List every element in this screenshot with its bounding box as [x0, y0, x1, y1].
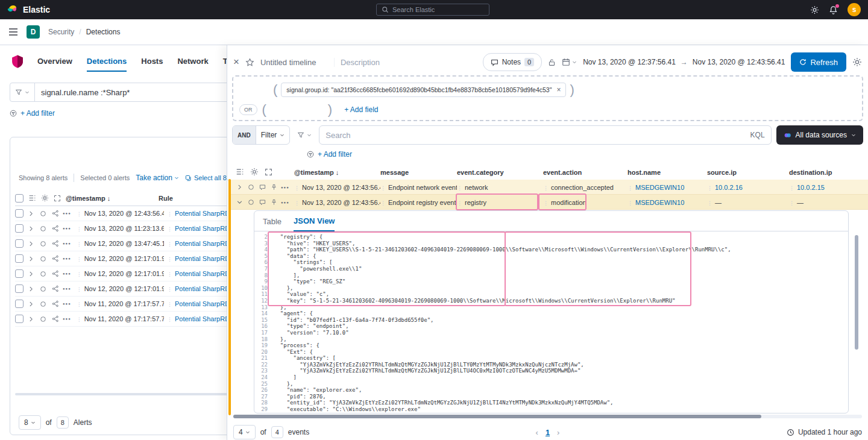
column-destination-ip[interactable]: destination.ip: [789, 169, 863, 176]
more-actions-icon[interactable]: ●●●: [63, 212, 74, 215]
timestamp-column-header[interactable]: @timestamp ↓: [66, 195, 154, 202]
list-icon[interactable]: [28, 194, 36, 202]
event-host-link[interactable]: MSEDGEWIN10: [627, 184, 707, 191]
row-checkbox[interactable]: [15, 209, 24, 218]
fullscreen-icon[interactable]: [265, 168, 272, 176]
alert-timestamp[interactable]: Nov 13, 2020 @ 12:43:56.413: [77, 210, 164, 217]
analyzer-icon[interactable]: [51, 240, 60, 247]
analyzer-icon[interactable]: [51, 255, 60, 262]
event-action[interactable]: modification: [543, 199, 627, 206]
add-field-link[interactable]: + Add field: [344, 105, 378, 114]
alert-timestamp[interactable]: Nov 13, 2020 @ 11:23:13.629: [77, 225, 164, 232]
more-actions-icon[interactable]: ●●●: [63, 242, 74, 245]
row-checkbox[interactable]: [15, 254, 24, 263]
event-row[interactable]: ●●● Nov 13, 2020 @ 12:43:56.413 Endpoint…: [230, 180, 868, 195]
select-all-alerts-button[interactable]: Select all 8 alerts: [185, 174, 227, 181]
more-actions-icon[interactable]: ●●●: [63, 227, 74, 230]
notifications-bell-icon[interactable]: [829, 5, 838, 14]
pin-icon[interactable]: [247, 184, 256, 190]
tab-network[interactable]: Network: [177, 57, 208, 72]
column-message[interactable]: message: [380, 169, 457, 176]
vertical-scrollbar-thumb[interactable]: [855, 235, 858, 350]
alert-rule-link[interactable]: Potential SharpRDP D: [167, 315, 227, 322]
add-filter-link[interactable]: + Add filter: [318, 150, 352, 159]
alert-timestamp[interactable]: Nov 12, 2020 @ 13:47:45.177: [77, 240, 164, 247]
settings-icon[interactable]: [810, 5, 819, 14]
event-timestamp[interactable]: Nov 13, 2020 @ 12:43:56.413: [294, 199, 380, 206]
row-checkbox[interactable]: [15, 239, 24, 248]
analyzer-icon[interactable]: [51, 270, 60, 277]
global-search-input[interactable]: Search Elastic: [376, 4, 489, 16]
page-number[interactable]: 1: [546, 428, 550, 437]
alert-rule-link[interactable]: Potential SharpRDP D: [167, 270, 227, 277]
row-checkbox[interactable]: [15, 224, 24, 233]
json-code-viewer[interactable]: 2 "registry": { 3 "hive": "HKEY_USERS", …: [254, 234, 841, 413]
event-category[interactable]: network: [457, 184, 543, 191]
saved-query-menu-button[interactable]: [10, 83, 35, 101]
data-provider-operator-select[interactable]: AND Filter: [232, 125, 290, 145]
event-message[interactable]: Endpoint registry event: [380, 199, 457, 206]
pin-icon[interactable]: [39, 210, 48, 217]
expand-chevron-icon[interactable]: [27, 301, 36, 307]
alert-row[interactable]: ●●● Nov 12, 2020 @ 12:17:01.933 Potentia…: [15, 266, 227, 281]
event-row-expanded[interactable]: ●●● Nov 13, 2020 @ 12:43:56.413 Endpoint…: [230, 195, 868, 210]
more-actions-icon[interactable]: ●●●: [63, 317, 74, 321]
alerts-query-input[interactable]: signal.rule.name :*Sharp*: [35, 88, 136, 97]
notes-button[interactable]: Notes 0: [483, 53, 542, 71]
gear-icon[interactable]: [250, 168, 259, 176]
more-actions-icon[interactable]: ●●●: [281, 186, 292, 189]
gear-icon[interactable]: [41, 194, 49, 202]
expand-chevron-icon[interactable]: [235, 184, 244, 190]
pin-event-icon[interactable]: [269, 184, 278, 190]
horizontal-scrollbar-thumb[interactable]: [233, 415, 761, 418]
comment-icon[interactable]: [258, 199, 267, 206]
alert-timestamp[interactable]: Nov 12, 2020 @ 12:17:01.934: [77, 255, 164, 262]
alert-row[interactable]: ●●● Nov 11, 2020 @ 17:17:57.750 Potentia…: [15, 297, 227, 312]
horizontal-scrollbar[interactable]: [233, 415, 862, 418]
pin-icon[interactable]: [39, 225, 48, 232]
pin-icon[interactable]: [39, 301, 48, 307]
expand-chevron-icon[interactable]: [27, 241, 36, 247]
timeline-description-input[interactable]: Description: [334, 58, 424, 67]
list-icon[interactable]: [236, 168, 244, 176]
event-host-link[interactable]: MSEDGEWIN10: [627, 199, 707, 206]
pin-icon[interactable]: [39, 316, 48, 322]
column-source-ip[interactable]: source.ip: [707, 169, 789, 176]
timeline-search-input[interactable]: Search KQL: [319, 125, 771, 145]
event-destination-ip-link[interactable]: 10.0.2.15: [789, 184, 863, 191]
comment-icon[interactable]: [258, 184, 267, 190]
alert-row[interactable]: ●●● Nov 12, 2020 @ 12:17:01.934 Potentia…: [15, 251, 227, 266]
column-event-category[interactable]: event.category: [457, 169, 543, 176]
tab-detections[interactable]: Detections: [87, 57, 127, 72]
tab-table[interactable]: Table: [263, 217, 281, 231]
pin-icon[interactable]: [247, 199, 256, 206]
alert-row[interactable]: ●●● Nov 11, 2020 @ 17:17:57.749 Potentia…: [15, 312, 227, 327]
remove-filter-icon[interactable]: ×: [556, 86, 561, 94]
expand-chevron-icon[interactable]: [27, 316, 36, 322]
refresh-button[interactable]: Refresh: [791, 52, 846, 72]
alert-rule-link[interactable]: Potential SharpRDP D: [167, 255, 227, 262]
kql-label[interactable]: KQL: [750, 131, 765, 139]
pin-icon[interactable]: [39, 286, 48, 292]
query-drop-zone[interactable]: ( signal.group.id: "aa21f36cc6685fcbe601…: [232, 75, 863, 121]
column-host-name[interactable]: host.name: [627, 169, 707, 176]
take-action-button[interactable]: Take action: [136, 174, 179, 182]
calendar-icon[interactable]: [562, 58, 577, 66]
more-actions-icon[interactable]: ●●●: [281, 201, 292, 204]
menu-icon[interactable]: [8, 28, 18, 36]
prev-page-icon[interactable]: ‹: [536, 428, 538, 437]
alert-timestamp[interactable]: Nov 12, 2020 @ 12:17:01.932: [77, 285, 164, 292]
alert-rule-link[interactable]: Potential SharpRDP D: [167, 285, 227, 292]
tab-overview[interactable]: Overview: [37, 57, 72, 72]
rule-column-header[interactable]: Rule: [159, 195, 173, 202]
add-filter-link[interactable]: + Add filter: [20, 109, 55, 118]
pin-icon[interactable]: [39, 271, 48, 277]
alert-rule-link[interactable]: Potential SharpRDP D: [167, 240, 227, 247]
tab-hosts[interactable]: Hosts: [141, 57, 163, 72]
more-actions-icon[interactable]: ●●●: [63, 287, 74, 291]
star-icon[interactable]: [245, 58, 254, 67]
saved-query-menu-button[interactable]: [295, 131, 314, 139]
date-from[interactable]: Nov 13, 2020 @ 12:37:56.41: [583, 58, 676, 66]
expand-chevron-icon[interactable]: [27, 286, 36, 292]
alert-rule-link[interactable]: Potential SharpRDP D: [167, 300, 227, 307]
